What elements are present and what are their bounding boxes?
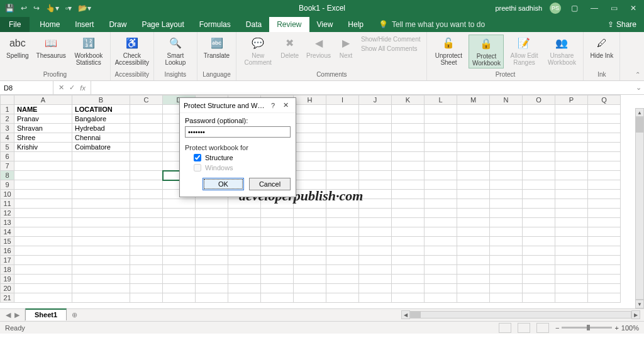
cell-P2[interactable] — [555, 114, 588, 124]
cell-O2[interactable] — [523, 114, 555, 124]
cell-J14[interactable] — [359, 227, 392, 237]
cell-C21[interactable] — [130, 293, 163, 303]
cell-G15[interactable] — [261, 237, 294, 246]
cell-Q12[interactable] — [588, 209, 621, 218]
col-header-J[interactable]: J — [359, 95, 392, 105]
cell-B14[interactable] — [72, 227, 130, 237]
cell-F21[interactable] — [228, 293, 261, 303]
cell-H12[interactable] — [294, 209, 326, 218]
cell-J20[interactable] — [359, 284, 392, 293]
cell-P17[interactable] — [555, 256, 588, 265]
cell-A15[interactable] — [14, 237, 72, 246]
cell-O18[interactable] — [523, 265, 555, 275]
cell-E12[interactable] — [196, 209, 228, 218]
cell-P3[interactable] — [555, 124, 588, 133]
cell-N20[interactable] — [490, 284, 523, 293]
cell-D14[interactable] — [163, 227, 196, 237]
cell-M18[interactable] — [457, 265, 490, 275]
cell-Q2[interactable] — [588, 114, 621, 124]
cell-H1[interactable] — [294, 105, 326, 114]
cell-N16[interactable] — [490, 246, 523, 256]
cell-N18[interactable] — [490, 265, 523, 275]
cancel-button[interactable]: Cancel — [249, 178, 291, 190]
cell-E14[interactable] — [196, 227, 228, 237]
cell-J1[interactable] — [359, 105, 392, 114]
tab-review[interactable]: Review — [269, 17, 309, 32]
cell-M6[interactable] — [457, 152, 490, 161]
cell-N8[interactable] — [490, 171, 523, 180]
tab-formulas[interactable]: Formulas — [192, 17, 238, 32]
cell-N10[interactable] — [490, 190, 523, 199]
cell-L17[interactable] — [425, 256, 457, 265]
col-header-A[interactable]: A — [14, 95, 72, 105]
cell-M11[interactable] — [457, 199, 490, 209]
cell-O21[interactable] — [523, 293, 555, 303]
cell-B6[interactable] — [72, 152, 130, 161]
cell-K2[interactable] — [392, 114, 425, 124]
open-icon[interactable]: 📂▾ — [78, 4, 91, 13]
col-header-I[interactable]: I — [326, 95, 359, 105]
tab-home[interactable]: Home — [32, 17, 67, 32]
cell-C4[interactable] — [130, 133, 163, 143]
row-header-4[interactable]: 4 — [1, 133, 14, 143]
cell-N9[interactable] — [490, 180, 523, 190]
cell-J19[interactable] — [359, 275, 392, 284]
cell-O11[interactable] — [523, 199, 555, 209]
cell-K3[interactable] — [392, 124, 425, 133]
cell-H13[interactable] — [294, 218, 326, 227]
cell-A8[interactable] — [14, 171, 72, 180]
cell-N5[interactable] — [490, 143, 523, 152]
row-header-12[interactable]: 12 — [1, 209, 14, 218]
cell-P18[interactable] — [555, 265, 588, 275]
cell-N19[interactable] — [490, 275, 523, 284]
cell-P9[interactable] — [555, 180, 588, 190]
structure-checkbox[interactable]: Structure — [185, 153, 291, 163]
cell-F11[interactable] — [228, 199, 261, 209]
cell-G16[interactable] — [261, 246, 294, 256]
cell-I8[interactable] — [326, 171, 359, 180]
scroll-down-icon[interactable]: ▼ — [635, 300, 644, 308]
cell-Q15[interactable] — [588, 237, 621, 246]
cell-H10[interactable] — [294, 190, 326, 199]
cell-B9[interactable] — [72, 180, 130, 190]
cell-L3[interactable] — [425, 124, 457, 133]
row-header-6[interactable]: 6 — [1, 152, 14, 161]
cell-F16[interactable] — [228, 246, 261, 256]
col-header-P[interactable]: P — [555, 95, 588, 105]
cell-I21[interactable] — [326, 293, 359, 303]
cell-B20[interactable] — [72, 284, 130, 293]
cell-B1[interactable]: LOCATIION — [72, 105, 130, 114]
cell-F17[interactable] — [228, 256, 261, 265]
cell-M21[interactable] — [457, 293, 490, 303]
cell-A19[interactable] — [14, 275, 72, 284]
cell-G18[interactable] — [261, 265, 294, 275]
cell-O4[interactable] — [523, 133, 555, 143]
cell-O17[interactable] — [523, 256, 555, 265]
cell-N6[interactable] — [490, 152, 523, 161]
cell-I17[interactable] — [326, 256, 359, 265]
cell-K16[interactable] — [392, 246, 425, 256]
cell-D16[interactable] — [163, 246, 196, 256]
cell-J17[interactable] — [359, 256, 392, 265]
col-header-B[interactable]: B — [72, 95, 130, 105]
cell-A16[interactable] — [14, 246, 72, 256]
cell-Q10[interactable] — [588, 190, 621, 199]
cell-N7[interactable] — [490, 161, 523, 171]
cell-C2[interactable] — [130, 114, 163, 124]
cell-M16[interactable] — [457, 246, 490, 256]
cell-O9[interactable] — [523, 180, 555, 190]
cell-C16[interactable] — [130, 246, 163, 256]
cell-B7[interactable] — [72, 161, 130, 171]
zoom-slider[interactable] — [562, 327, 612, 329]
cell-K20[interactable] — [392, 284, 425, 293]
cell-K21[interactable] — [392, 293, 425, 303]
cell-N1[interactable] — [490, 105, 523, 114]
cell-B5[interactable]: Coimbatore — [72, 143, 130, 152]
cell-Q1[interactable] — [588, 105, 621, 114]
cell-C3[interactable] — [130, 124, 163, 133]
cell-I10[interactable] — [326, 190, 359, 199]
cell-M17[interactable] — [457, 256, 490, 265]
cell-N12[interactable] — [490, 209, 523, 218]
cell-P13[interactable] — [555, 218, 588, 227]
cell-Q11[interactable] — [588, 199, 621, 209]
